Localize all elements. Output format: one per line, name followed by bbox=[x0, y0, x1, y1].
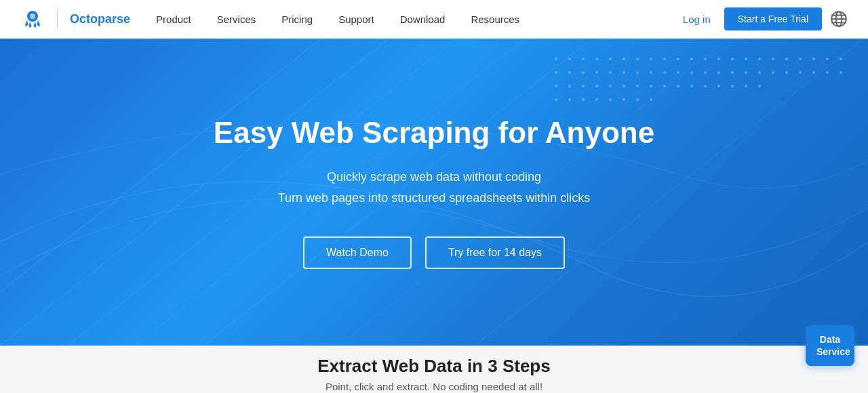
free-trial-button[interactable]: Start a Free Trial bbox=[724, 7, 822, 30]
svg-point-56 bbox=[826, 71, 829, 74]
svg-point-32 bbox=[799, 58, 802, 60]
svg-point-61 bbox=[595, 85, 598, 87]
bottom-section: Extract Web Data in 3 Steps Point, click… bbox=[0, 346, 868, 393]
hero-subtitle: Quickly scrape web data without coding T… bbox=[214, 167, 654, 208]
svg-point-41 bbox=[623, 71, 625, 74]
logo-link[interactable]: Octoparse bbox=[20, 7, 130, 31]
svg-point-36 bbox=[555, 71, 557, 74]
nav-services[interactable]: Services bbox=[205, 8, 269, 30]
hero-subtitle-line2: Turn web pages into structured spreadshe… bbox=[278, 191, 591, 205]
svg-point-71 bbox=[731, 85, 734, 87]
svg-point-21 bbox=[650, 58, 652, 60]
svg-point-17 bbox=[595, 58, 598, 60]
watch-demo-button[interactable]: Watch Demo bbox=[303, 236, 412, 269]
svg-point-34 bbox=[826, 58, 829, 60]
svg-point-68 bbox=[690, 85, 693, 87]
svg-point-46 bbox=[690, 71, 693, 74]
svg-point-53 bbox=[785, 71, 788, 74]
svg-point-23 bbox=[677, 58, 679, 60]
svg-point-51 bbox=[758, 71, 761, 74]
svg-point-31 bbox=[785, 58, 788, 60]
svg-point-73 bbox=[758, 85, 761, 87]
nav-download[interactable]: Download bbox=[388, 8, 458, 30]
svg-point-43 bbox=[650, 71, 652, 74]
svg-point-47 bbox=[704, 71, 707, 74]
nav-links: Product Services Pricing Support Downloa… bbox=[144, 8, 677, 30]
svg-point-27 bbox=[731, 58, 734, 60]
svg-point-14 bbox=[555, 58, 557, 60]
svg-point-28 bbox=[745, 58, 747, 60]
svg-point-80 bbox=[636, 98, 639, 101]
data-service-button[interactable]: Data Service bbox=[806, 325, 854, 366]
svg-point-59 bbox=[568, 85, 571, 87]
svg-point-78 bbox=[609, 98, 612, 101]
svg-point-72 bbox=[745, 85, 747, 87]
data-service-line1: Data bbox=[820, 334, 840, 345]
svg-point-77 bbox=[595, 98, 598, 101]
svg-point-20 bbox=[636, 58, 639, 60]
svg-point-55 bbox=[812, 71, 815, 74]
svg-point-38 bbox=[582, 71, 585, 74]
svg-point-67 bbox=[677, 85, 679, 87]
svg-point-76 bbox=[582, 98, 585, 101]
svg-point-16 bbox=[582, 58, 585, 60]
svg-point-50 bbox=[745, 71, 747, 74]
svg-point-33 bbox=[812, 58, 815, 60]
svg-point-48 bbox=[717, 71, 720, 74]
svg-point-57 bbox=[840, 71, 842, 74]
svg-point-70 bbox=[717, 85, 720, 87]
data-service-line2: Service bbox=[816, 346, 850, 357]
logo-divider bbox=[57, 9, 58, 28]
login-button[interactable]: Log in bbox=[677, 9, 716, 29]
svg-point-29 bbox=[758, 58, 761, 60]
hero-section: Easy Web Scraping for Anyone Quickly scr… bbox=[0, 39, 868, 346]
svg-point-30 bbox=[772, 58, 774, 60]
svg-point-37 bbox=[568, 71, 571, 74]
svg-point-65 bbox=[650, 85, 652, 87]
svg-point-24 bbox=[690, 58, 693, 60]
navbar-right: Log in Start a Free Trial bbox=[677, 7, 848, 30]
svg-point-45 bbox=[677, 71, 679, 74]
bottom-subtitle: Point, click and extract. No coding need… bbox=[326, 381, 542, 392]
svg-point-66 bbox=[663, 85, 666, 87]
bottom-title: Extract Web Data in 3 Steps bbox=[317, 356, 550, 377]
navbar: Octoparse Product Services Pricing Suppo… bbox=[0, 0, 868, 39]
svg-point-26 bbox=[717, 58, 720, 60]
nav-pricing[interactable]: Pricing bbox=[269, 8, 325, 30]
try-free-button[interactable]: Try free for 14 days bbox=[425, 236, 565, 269]
nav-support[interactable]: Support bbox=[326, 8, 387, 30]
nav-resources[interactable]: Resources bbox=[458, 8, 532, 30]
svg-point-35 bbox=[840, 58, 842, 60]
svg-point-18 bbox=[609, 58, 612, 60]
hero-buttons: Watch Demo Try free for 14 days bbox=[214, 236, 654, 269]
svg-point-60 bbox=[582, 85, 585, 87]
hero-subtitle-line1: Quickly scrape web data without coding bbox=[327, 170, 541, 184]
logo-text: Octoparse bbox=[70, 12, 130, 26]
svg-point-69 bbox=[704, 85, 707, 87]
svg-point-22 bbox=[663, 58, 666, 60]
svg-point-63 bbox=[623, 85, 625, 87]
svg-point-19 bbox=[623, 58, 625, 60]
logo-icon bbox=[20, 7, 45, 31]
svg-point-40 bbox=[609, 71, 612, 74]
svg-point-15 bbox=[568, 58, 571, 60]
hero-content: Easy Web Scraping for Anyone Quickly scr… bbox=[186, 115, 682, 270]
svg-point-44 bbox=[663, 71, 666, 74]
nav-product[interactable]: Product bbox=[144, 8, 203, 30]
svg-point-81 bbox=[650, 98, 652, 101]
svg-point-39 bbox=[595, 71, 598, 74]
svg-point-75 bbox=[568, 98, 571, 101]
svg-point-58 bbox=[555, 85, 557, 87]
svg-point-49 bbox=[731, 71, 734, 74]
svg-point-42 bbox=[636, 71, 639, 74]
svg-point-1 bbox=[30, 14, 35, 19]
svg-point-54 bbox=[799, 71, 802, 74]
language-icon[interactable] bbox=[830, 10, 848, 28]
svg-point-62 bbox=[609, 85, 612, 87]
svg-point-52 bbox=[772, 71, 774, 74]
hero-title: Easy Web Scraping for Anyone bbox=[214, 115, 654, 151]
svg-point-64 bbox=[636, 85, 639, 87]
svg-point-25 bbox=[704, 58, 707, 60]
svg-point-79 bbox=[623, 98, 625, 101]
svg-point-74 bbox=[555, 98, 557, 101]
